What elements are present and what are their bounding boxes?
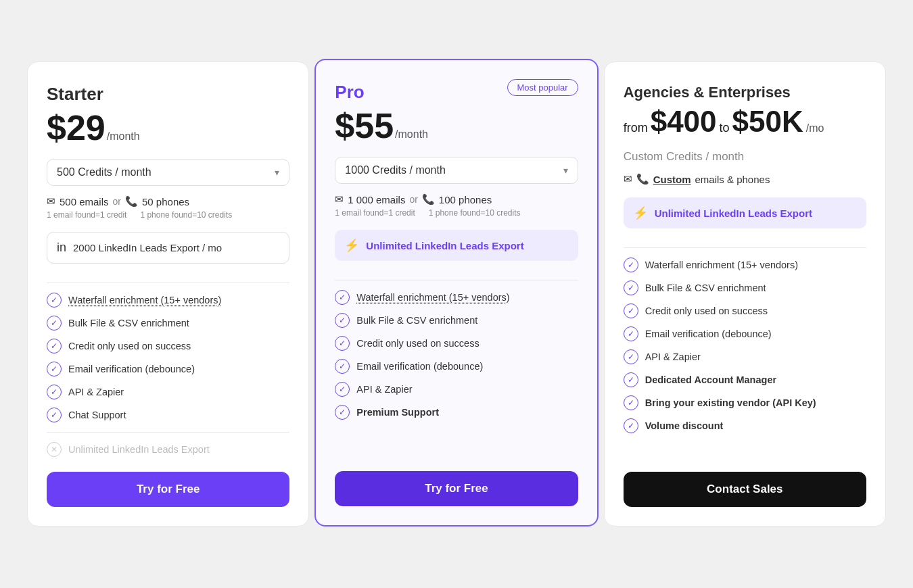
starter-dropdown-chevron: ▾: [275, 167, 279, 178]
check-icon: ✓: [624, 372, 638, 387]
check-icon: ✓: [624, 418, 638, 433]
disabled-feature-label: Unlimited LinkedIn Leads Export: [68, 444, 210, 455]
feature-label: Credit only used on success: [356, 338, 479, 349]
starter-price-amount: $29: [47, 110, 106, 145]
starter-credits-detail: 1 email found=1 credit 1 phone found=10 …: [47, 210, 289, 220]
feature-label: Email verification (debounce): [645, 328, 772, 339]
list-item: ✓ API & Zapier: [47, 385, 289, 399]
enterprise-price-row: from $400 to $50K /mo: [624, 107, 866, 137]
list-item: ✓ Credit only used on success: [335, 336, 578, 351]
feature-label: API & Zapier: [68, 387, 124, 397]
enterprise-custom-label: Custom: [653, 174, 691, 185]
x-icon: ✕: [47, 442, 62, 457]
check-icon: ✓: [47, 339, 62, 353]
email-icon: ✉: [47, 195, 55, 207]
enterprise-price-to: to: [720, 121, 730, 135]
check-icon: ✓: [624, 303, 638, 318]
feature-label: Volume discount: [645, 420, 724, 431]
starter-credit-detail-2: 1 phone found=10 credits: [140, 210, 232, 220]
list-item: ✓ Credit only used on success: [47, 339, 289, 353]
feature-label: Email verification (debounce): [68, 364, 195, 374]
starter-price-period: /month: [107, 130, 140, 143]
pro-divider-1: [335, 280, 578, 280]
enterprise-price-amount2: $50K: [732, 107, 803, 137]
list-item: ✓ Email verification (debounce): [335, 359, 578, 374]
list-item: ✓ Waterfall enrichment (15+ vendors): [624, 258, 866, 272]
list-item: ✓ Email verification (debounce): [47, 362, 289, 376]
list-item: ✓ Credit only used on success: [624, 303, 866, 318]
check-icon: ✓: [335, 313, 350, 328]
feature-label: Bring your existing vendor (API Key): [645, 397, 816, 408]
starter-linkedin-export: in 2000 LinkedIn Leads Export / mo: [47, 232, 289, 264]
pro-linkedin-label: Unlimited LinkedIn Leads Export: [366, 240, 523, 251]
check-icon: ✓: [624, 258, 638, 272]
pro-credits-dropdown[interactable]: 1000 Credits / month ▾: [335, 157, 578, 184]
feature-label: Waterfall enrichment (15+ vendors): [68, 295, 221, 305]
list-item: ✓ Volume discount: [624, 418, 866, 433]
list-item: ✓ Waterfall enrichment (15+ vendors): [335, 290, 578, 305]
feature-label: Waterfall enrichment (15+ vendors): [645, 260, 798, 270]
enterprise-linkedin-label: Unlimited LinkedIn Leads Export: [655, 207, 812, 219]
check-icon: ✓: [47, 385, 62, 399]
pro-linkedin-export: ⚡ Unlimited LinkedIn Leads Export: [335, 230, 578, 261]
enterprise-credits-period: / month: [706, 150, 745, 163]
pro-price-row: $55 /month: [335, 108, 578, 143]
starter-credits-label: 500 Credits / month: [57, 166, 151, 178]
starter-cta-button[interactable]: Try for Free: [47, 472, 289, 507]
check-icon: ✓: [47, 408, 62, 422]
starter-price-row: $29 /month: [47, 110, 289, 145]
starter-or: or: [113, 196, 121, 207]
starter-divider-1: [47, 283, 289, 283]
check-icon: ✓: [47, 293, 62, 308]
linkedin-lightning-icon: ⚡: [344, 238, 359, 253]
feature-label: Premium Support: [356, 407, 439, 418]
enterprise-features-list: ✓ Waterfall enrichment (15+ vendors) ✓ B…: [624, 258, 866, 457]
check-icon: ✓: [335, 382, 350, 397]
starter-emails: 500 emails: [60, 196, 109, 207]
enterprise-custom-credits: Custom Credits / month: [624, 150, 866, 164]
enterprise-linkedin-export: ⚡ Unlimited LinkedIn Leads Export: [624, 197, 866, 228]
most-popular-badge: Most popular: [507, 79, 578, 96]
phone-icon: 📞: [636, 173, 649, 185]
check-icon: ✓: [47, 362, 62, 376]
enterprise-emails-phones-label: emails & phones: [695, 174, 770, 185]
pricing-container: Starter $29 /month 500 Credits / month ▾…: [14, 48, 899, 540]
check-icon: ✓: [624, 280, 638, 295]
pro-credit-detail-2: 1 phone found=10 credits: [429, 208, 521, 218]
list-item: ✓ Chat Support: [47, 408, 289, 422]
feature-label: Credit only used on success: [645, 305, 768, 316]
phone-icon: 📞: [422, 193, 435, 205]
pro-price-amount: $55: [335, 108, 394, 143]
pro-or: or: [409, 194, 417, 205]
list-item: ✓ Email verification (debounce): [624, 326, 866, 341]
list-item: ✓ Premium Support: [335, 405, 578, 420]
starter-phones: 50 phones: [142, 196, 189, 207]
list-item: ✓ API & Zapier: [335, 382, 578, 397]
starter-credits-dropdown[interactable]: 500 Credits / month ▾: [47, 159, 289, 186]
pro-credits-detail: 1 email found=1 credit 1 phone found=10 …: [335, 208, 578, 218]
linkedin-icon: in: [57, 241, 66, 255]
pro-cta-button[interactable]: Try for Free: [335, 471, 578, 506]
starter-credits-info: ✉ 500 emails or 📞 50 phones: [47, 195, 289, 207]
enterprise-price-period: /mo: [806, 122, 824, 134]
list-item: ✓ Bulk File & CSV enrichment: [335, 313, 578, 328]
list-item: ✓ Waterfall enrichment (15+ vendors): [47, 293, 289, 308]
starter-divider-2: [47, 432, 289, 433]
feature-label: Waterfall enrichment (15+ vendors): [356, 292, 509, 303]
feature-label: Dedicated Account Manager: [645, 374, 776, 385]
pro-credits-info: ✉ 1 000 emails or 📞 100 phones: [335, 193, 578, 205]
list-item: ✓ API & Zapier: [624, 349, 866, 364]
phone-icon: 📞: [125, 195, 138, 207]
enterprise-cta-button[interactable]: Contact Sales: [624, 472, 866, 507]
pro-price-period: /month: [395, 128, 428, 141]
linkedin-lightning-icon: ⚡: [633, 205, 648, 220]
starter-credit-detail-1: 1 email found=1 credit: [47, 210, 126, 220]
check-icon: ✓: [624, 349, 638, 364]
feature-label: Email verification (debounce): [356, 361, 483, 372]
starter-disabled-feature: ✕ Unlimited LinkedIn Leads Export: [47, 442, 289, 457]
enterprise-price-from: from: [624, 121, 648, 135]
check-icon: ✓: [624, 326, 638, 341]
list-item: ✓ Bring your existing vendor (API Key): [624, 395, 866, 410]
starter-features-list: ✓ Waterfall enrichment (15+ vendors) ✓ B…: [47, 293, 289, 422]
check-icon: ✓: [335, 336, 350, 351]
